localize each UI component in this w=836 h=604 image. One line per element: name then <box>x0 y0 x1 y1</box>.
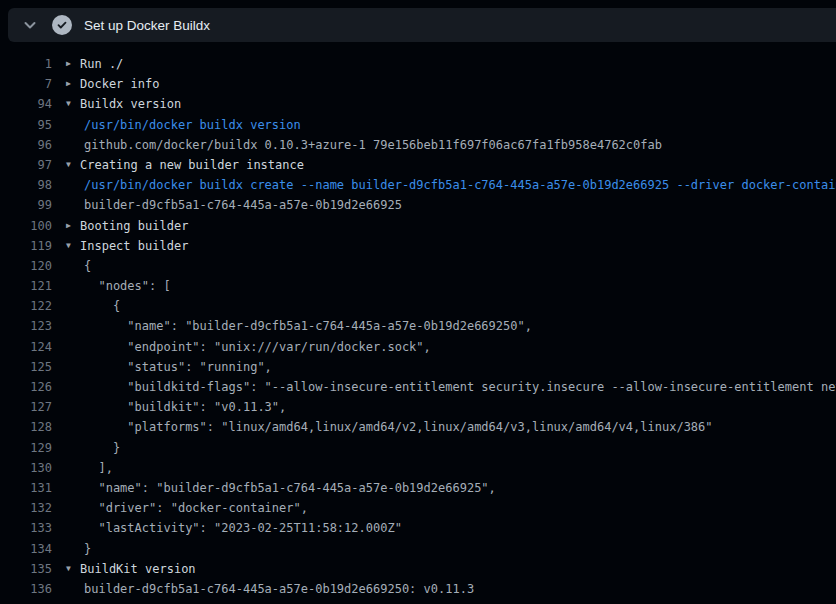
line-number[interactable]: 130 <box>0 458 52 478</box>
line-number[interactable]: 100 <box>0 216 52 236</box>
line-number[interactable]: 1 <box>0 54 52 74</box>
line-number[interactable]: 132 <box>0 498 52 518</box>
group-label: Run ./ <box>80 54 123 74</box>
output-text: "buildkit": "v0.11.3", <box>80 397 286 417</box>
log-area: 1▶Run ./7▶Docker info94▼Buildx version95… <box>0 42 836 599</box>
command-text: /usr/bin/docker buildx version <box>80 115 301 135</box>
output-text: } <box>80 438 120 458</box>
triangle-right-icon[interactable]: ▶ <box>66 216 80 236</box>
log-line-row: 134} <box>0 539 836 559</box>
output-text: "endpoint": "unix:///var/run/docker.sock… <box>80 337 431 357</box>
log-group-row[interactable]: 94▼Buildx version <box>0 94 836 114</box>
group-label: Buildx version <box>80 94 181 114</box>
log-line-row: 128 "platforms": "linux/amd64,linux/amd6… <box>0 417 836 437</box>
log-group-row[interactable]: 100▶Booting builder <box>0 216 836 236</box>
output-text: "lastActivity": "2023-02-25T11:58:12.000… <box>80 518 402 538</box>
log-line-row: 136builder-d9cfb5a1-c764-445a-a57e-0b19d… <box>0 579 836 599</box>
log-line-row: 98/usr/bin/docker buildx create --name b… <box>0 175 836 195</box>
line-number[interactable]: 127 <box>0 397 52 417</box>
log-line-row: 99builder-d9cfb5a1-c764-445a-a57e-0b19d2… <box>0 195 836 215</box>
output-text: "platforms": "linux/amd64,linux/amd64/v2… <box>80 417 713 437</box>
log-line-row: 121 "nodes": [ <box>0 276 836 296</box>
group-label: Booting builder <box>80 216 188 236</box>
log-line-row: 126 "buildkitd-flags": "--allow-insecure… <box>0 377 836 397</box>
output-text: github.com/docker/buildx 0.10.3+azure-1 … <box>80 135 662 155</box>
line-number[interactable]: 128 <box>0 417 52 437</box>
log-line-row: 127 "buildkit": "v0.11.3", <box>0 397 836 417</box>
line-number[interactable]: 131 <box>0 478 52 498</box>
group-label: Docker info <box>80 74 159 94</box>
line-number[interactable]: 122 <box>0 296 52 316</box>
line-number[interactable]: 124 <box>0 337 52 357</box>
line-number[interactable]: 133 <box>0 518 52 538</box>
log-line-row: 132 "driver": "docker-container", <box>0 498 836 518</box>
output-text: "driver": "docker-container", <box>80 498 308 518</box>
output-text: { <box>80 296 120 316</box>
output-text: builder-d9cfb5a1-c764-445a-a57e-0b19d2e6… <box>80 195 402 215</box>
group-label: Inspect builder <box>80 236 188 256</box>
log-group-row[interactable]: 97▼Creating a new builder instance <box>0 155 836 175</box>
log-line-row: 130 ], <box>0 458 836 478</box>
output-text: "nodes": [ <box>80 276 171 296</box>
log-line-row: 96github.com/docker/buildx 0.10.3+azure-… <box>0 135 836 155</box>
log-line-row: 125 "status": "running", <box>0 357 836 377</box>
output-text: "name": "builder-d9cfb5a1-c764-445a-a57e… <box>80 316 532 336</box>
log-line-row: 123 "name": "builder-d9cfb5a1-c764-445a-… <box>0 316 836 336</box>
log-group-row[interactable]: 135▼BuildKit version <box>0 559 836 579</box>
line-number[interactable]: 121 <box>0 276 52 296</box>
log-line-row: 124 "endpoint": "unix:///var/run/docker.… <box>0 337 836 357</box>
line-number[interactable]: 129 <box>0 438 52 458</box>
line-number[interactable]: 94 <box>0 94 52 114</box>
triangle-down-icon[interactable]: ▼ <box>66 559 80 579</box>
output-text: { <box>80 256 91 276</box>
triangle-down-icon[interactable]: ▼ <box>66 236 80 256</box>
log-group-row[interactable]: 7▶Docker info <box>0 74 836 94</box>
log-group-row[interactable]: 1▶Run ./ <box>0 54 836 74</box>
line-number[interactable]: 95 <box>0 115 52 135</box>
line-number[interactable]: 119 <box>0 236 52 256</box>
line-number[interactable]: 136 <box>0 579 52 599</box>
line-number[interactable]: 97 <box>0 155 52 175</box>
chevron-down-icon[interactable] <box>22 17 38 33</box>
step-header[interactable]: Set up Docker Buildx <box>8 8 836 42</box>
line-number[interactable]: 125 <box>0 357 52 377</box>
line-number[interactable]: 123 <box>0 316 52 336</box>
output-text: "name": "builder-d9cfb5a1-c764-445a-a57e… <box>80 478 496 498</box>
log-line-row: 133 "lastActivity": "2023-02-25T11:58:12… <box>0 518 836 538</box>
triangle-down-icon[interactable]: ▼ <box>66 155 80 175</box>
log-line-row: 129 } <box>0 438 836 458</box>
output-text: "status": "running", <box>80 357 272 377</box>
log-line-row: 131 "name": "builder-d9cfb5a1-c764-445a-… <box>0 478 836 498</box>
command-text: /usr/bin/docker buildx create --name bui… <box>80 175 836 195</box>
line-number[interactable]: 7 <box>0 74 52 94</box>
log-line-row: 120{ <box>0 256 836 276</box>
group-label: Creating a new builder instance <box>80 155 304 175</box>
group-label: BuildKit version <box>80 559 196 579</box>
step-title: Set up Docker Buildx <box>84 18 210 33</box>
line-number[interactable]: 134 <box>0 539 52 559</box>
log-line-row: 95/usr/bin/docker buildx version <box>0 115 836 135</box>
line-number[interactable]: 96 <box>0 135 52 155</box>
line-number[interactable]: 99 <box>0 195 52 215</box>
triangle-right-icon[interactable]: ▶ <box>66 74 80 94</box>
line-number[interactable]: 98 <box>0 175 52 195</box>
line-number[interactable]: 135 <box>0 559 52 579</box>
check-circle-icon <box>52 15 72 35</box>
line-number[interactable]: 126 <box>0 377 52 397</box>
output-text: ], <box>80 458 113 478</box>
log-group-row[interactable]: 119▼Inspect builder <box>0 236 836 256</box>
line-number[interactable]: 120 <box>0 256 52 276</box>
output-text: "buildkitd-flags": "--allow-insecure-ent… <box>80 377 836 397</box>
triangle-down-icon[interactable]: ▼ <box>66 94 80 114</box>
output-text: builder-d9cfb5a1-c764-445a-a57e-0b19d2e6… <box>80 579 474 599</box>
output-text: } <box>80 539 91 559</box>
log-line-row: 122 { <box>0 296 836 316</box>
triangle-right-icon[interactable]: ▶ <box>66 54 80 74</box>
